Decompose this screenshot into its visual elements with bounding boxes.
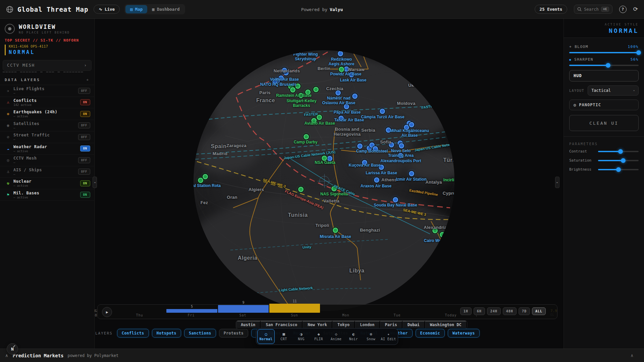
layer-toggle-protests[interactable]: Protests xyxy=(219,329,248,338)
layer-row-live-flights[interactable]: ✈Live Flights–OFF xyxy=(0,85,94,97)
city-button-washington-dc[interactable]: Washington DC xyxy=(425,321,467,329)
sharpen-slider[interactable] xyxy=(569,65,639,66)
layer-row-earthquakes-24h[interactable]: ⊚Earthquakes (24h)– activeON xyxy=(0,108,94,120)
layer-toggle-badge[interactable]: ON xyxy=(80,192,90,198)
right-panel-collapse-handle[interactable]: ▸ xyxy=(555,177,559,188)
live-indicator[interactable]: ∿Live xyxy=(94,5,120,14)
globe[interactable]: NetherlandsBerlinWarsawParisFranceCzechi… xyxy=(194,50,454,311)
style-option-label: Anime xyxy=(331,337,342,341)
chevron-up-icon[interactable]: ∧ xyxy=(5,353,8,358)
search-input[interactable]: Search ⌘K xyxy=(574,5,612,14)
base-marker-blue[interactable] xyxy=(409,122,414,127)
layer-row-satellites[interactable]: ◉Satellites–OFF xyxy=(0,120,94,132)
style-option-anime[interactable]: ◇Anime xyxy=(328,329,344,344)
range-button-24h[interactable]: 24H xyxy=(487,307,501,315)
city-button-dubai[interactable]: Dubai xyxy=(402,321,425,329)
base-marker-green[interactable] xyxy=(203,174,208,179)
base-marker-green[interactable] xyxy=(198,178,203,183)
city-button-london[interactable]: London xyxy=(355,321,380,329)
add-layer-button[interactable]: + xyxy=(86,78,90,82)
layer-row-street-traffic[interactable]: ⊘Street Traffic–OFF xyxy=(0,131,94,143)
base-marker-blue[interactable] xyxy=(357,143,363,149)
help-button[interactable]: ? xyxy=(619,6,627,13)
layer-toggle-badge[interactable]: ON xyxy=(80,99,90,105)
param-label: Contrast xyxy=(569,149,595,154)
tab-dashboard[interactable]: ▦Dashboard xyxy=(147,5,184,13)
play-button[interactable]: ▶ xyxy=(102,307,112,317)
layer-row-conflicts[interactable]: ⚠Conflicts142 activeON xyxy=(0,97,94,109)
range-button-7d[interactable]: 7D xyxy=(519,307,530,315)
map-style-picker: ○Normal■CRT◑NVG◆FLIR◇Anime◐Noir❆Snow✦AI … xyxy=(256,328,398,345)
base-marker-green[interactable] xyxy=(339,67,344,72)
style-option-crt[interactable]: ■CRT xyxy=(275,329,292,344)
base-marker-blue[interactable] xyxy=(409,171,414,176)
city-button-san-francisco[interactable]: San Francisco xyxy=(261,321,303,329)
base-marker-blue[interactable] xyxy=(338,51,343,56)
layer-row-cctv-mesh[interactable]: ◎CCTV Mesh–OFF xyxy=(0,155,94,166)
style-option-ai-edit[interactable]: ✦AI Edit xyxy=(380,329,397,344)
layer-row-mil-bases[interactable]: ⚑Mil. Bases– activeON xyxy=(0,189,94,201)
layer-toggle-badge[interactable]: OFF xyxy=(78,122,90,128)
layer-toggle-conflicts[interactable]: Conflicts xyxy=(117,329,149,338)
expand-chevron-icon[interactable]: ∧ xyxy=(631,353,633,358)
layer-row-ais-ships[interactable]: ⚓AIS / Ships–OFF xyxy=(0,166,94,178)
contrast-slider[interactable] xyxy=(598,151,639,152)
panoptic-button[interactable]: ◎ PANOPTIC xyxy=(569,100,639,110)
layer-toggle-hotspots[interactable]: Hotspots xyxy=(152,329,181,338)
refresh-button[interactable]: ⟳ xyxy=(633,6,638,12)
layer-row-weather-radar[interactable]: ☁Weather Radar– activeON xyxy=(0,143,94,155)
style-option-noir[interactable]: ◐Noir xyxy=(345,329,362,344)
prediction-markets-bar[interactable]: ∧ Prediction Markets powered by Polymark… xyxy=(0,349,644,362)
anime-icon: ◇ xyxy=(335,332,337,336)
map-label-france: France xyxy=(256,98,275,104)
city-button-tokyo[interactable]: Tokyo xyxy=(332,321,355,329)
range-button-6h[interactable]: 6H xyxy=(474,307,485,315)
timeline-scrubber[interactable]: ▶ 5911 ThuFriSatSunMonTueToday 1H6H24H48… xyxy=(97,304,557,319)
base-marker-green[interactable] xyxy=(313,87,319,92)
base-marker-blue[interactable] xyxy=(399,143,404,148)
map-label-powidz-air-base: Powidz Air Base xyxy=(330,72,362,77)
base-marker-blue[interactable] xyxy=(393,197,398,202)
base-marker-blue[interactable] xyxy=(374,177,379,183)
layer-row-nuclear[interactable]: ☢Nuclear– activeON xyxy=(0,178,94,189)
clean-ui-button[interactable]: CLEAN UI xyxy=(569,115,639,131)
hud-button[interactable]: HUD xyxy=(569,70,639,81)
city-button-paris[interactable]: Paris xyxy=(380,321,402,329)
base-marker-blue[interactable] xyxy=(380,109,385,114)
layer-toggle-badge[interactable]: OFF xyxy=(78,157,90,163)
brightness-slider[interactable] xyxy=(598,169,639,170)
cctv-mesh-row[interactable]: CCTV MESH › xyxy=(3,60,92,71)
tab-map[interactable]: ▤Map xyxy=(125,5,147,13)
layer-toggle-economic[interactable]: Economic xyxy=(416,329,445,338)
events-count-badge[interactable]: 25 Events xyxy=(535,5,568,14)
sidebar-collapse-handle[interactable]: ◂ xyxy=(93,177,97,188)
style-option-snow[interactable]: ❆Snow xyxy=(363,329,379,344)
layer-toggle-badge[interactable]: ON xyxy=(80,145,90,152)
style-option-flir[interactable]: ◆FLIR xyxy=(310,329,327,344)
base-marker-green[interactable] xyxy=(333,228,338,233)
range-button-48h[interactable]: 48H xyxy=(503,307,517,315)
compass-button[interactable]: N xyxy=(7,343,18,355)
base-marker-green[interactable] xyxy=(440,232,445,237)
saturation-slider[interactable] xyxy=(598,160,639,161)
layer-toggle-badge[interactable]: OFF xyxy=(78,169,90,175)
style-option-normal[interactable]: ○Normal xyxy=(257,329,275,344)
bloom-slider[interactable] xyxy=(569,52,639,53)
city-button-new-york[interactable]: New York xyxy=(303,321,332,329)
base-marker-green[interactable] xyxy=(304,134,309,139)
range-button-1h[interactable]: 1H xyxy=(460,307,472,315)
layout-select[interactable]: Tactical ▾ xyxy=(588,85,639,96)
layer-toggle-badge[interactable]: ON xyxy=(80,180,90,186)
city-button-austin[interactable]: Austin xyxy=(236,321,261,329)
base-marker-green[interactable] xyxy=(298,187,304,192)
layer-toggle-badge[interactable]: OFF xyxy=(78,88,90,94)
layer-toggle-badge[interactable]: OFF xyxy=(78,134,90,140)
layer-toggle-waterways[interactable]: Waterways xyxy=(448,329,480,338)
range-button-all[interactable]: ALL xyxy=(532,307,546,315)
map-label-n-m-nad-oslavou-air-base: Náměšť nad Oslavou Air Base xyxy=(322,96,356,106)
layer-toggle-badge[interactable]: ON xyxy=(80,111,90,117)
base-marker-green[interactable] xyxy=(290,87,296,93)
style-option-nvg[interactable]: ◑NVG xyxy=(293,329,310,344)
layers-bar-label: LAYERS xyxy=(95,331,113,336)
layer-toggle-sanctions[interactable]: Sanctions xyxy=(184,329,216,338)
